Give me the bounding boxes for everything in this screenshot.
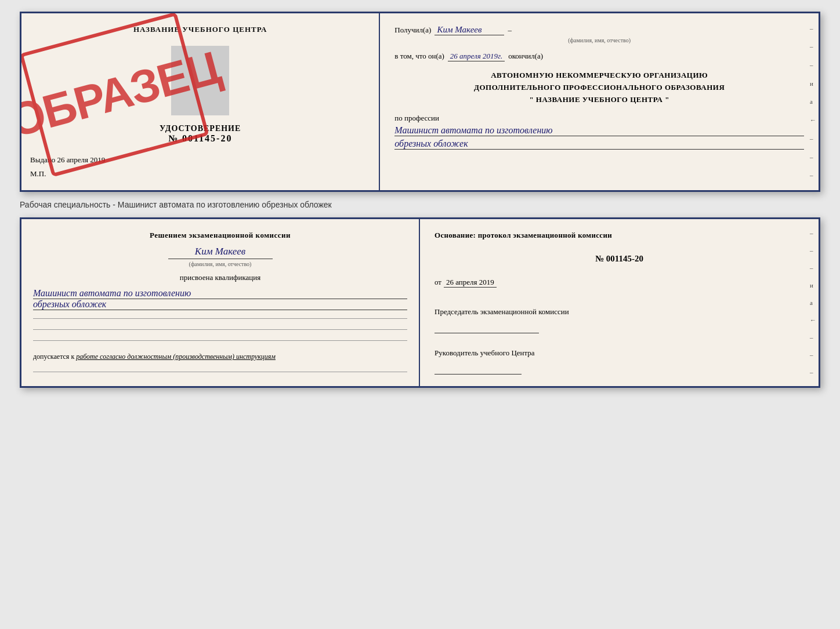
- side-mark-7: –: [810, 135, 816, 142]
- profession-line2: обрезных обложек: [394, 139, 804, 150]
- protocol-number: № 001145-20: [435, 254, 804, 264]
- kvalif-line2: обрезных обложек: [33, 299, 407, 310]
- separator-3: [33, 340, 407, 341]
- bsm-2: –: [810, 247, 816, 254]
- right-side-marks: – – – и а ← – – –: [810, 13, 816, 190]
- side-mark-4: и: [810, 80, 816, 87]
- protocol-date-value: 26 апреля 2019: [444, 278, 497, 288]
- po-professii-block: по профессии Машинист автомата по изгото…: [394, 114, 804, 150]
- side-mark-9: –: [810, 172, 816, 179]
- mp-line: М.П.: [30, 169, 370, 179]
- osnovaniye-label: Основание: протокол экзаменационной коми…: [435, 231, 612, 239]
- prisvoena-label: присвоена квалификация: [33, 273, 407, 282]
- bsm-5: а: [810, 299, 816, 306]
- bottom-certificate-spread: Решением экзаменационной комиссии Ким Ма…: [20, 217, 820, 388]
- bottom-fio-block: Ким Макеев (фамилия, имя, отчество): [33, 246, 407, 267]
- vydano-line: Выдано 26 апреля 2019: [30, 144, 370, 165]
- bsm-8: –: [810, 351, 816, 358]
- separator-1: [33, 318, 407, 319]
- vtom-label: в том, что он(а): [394, 52, 444, 61]
- cert-bottom-right: Основание: протокол экзаменационной коми…: [420, 219, 819, 386]
- profession-line1: Машинист автомата по изготовлению: [394, 125, 804, 136]
- bsm-7: –: [810, 334, 816, 341]
- dopuskaetsya-label: допускается к: [33, 352, 74, 361]
- fio-hint-top: (фамилия, имя, отчество): [394, 37, 804, 43]
- dopusk-value: работе согласно должностным (производств…: [76, 352, 276, 361]
- bsm-6: ←: [810, 317, 816, 323]
- protocol-date-row: от 26 апреля 2019: [435, 278, 804, 288]
- separator-bottom: [33, 372, 407, 372]
- date-value: 26 апреля 2019г.: [448, 52, 505, 61]
- side-mark-6: ←: [810, 117, 816, 123]
- bottom-right-side-marks: – – – и а ← – – –: [810, 219, 816, 386]
- protocol-date-prefix: от: [435, 278, 441, 287]
- document-container: НАЗВАНИЕ УЧЕБНОГО ЦЕНТРА УДОСТОВЕРЕНИЕ №…: [20, 12, 820, 388]
- po-professii-label: по профессии: [394, 114, 804, 123]
- photo-placeholder: [171, 46, 229, 115]
- predsedatel-block: Председатель экзаменационной комиссии: [435, 307, 804, 333]
- side-mark-2: –: [810, 43, 816, 50]
- poluchil-label: Получил(а): [394, 26, 431, 35]
- bsm-9: –: [810, 369, 816, 376]
- org-line1: АВТОНОМНУЮ НЕКОММЕРЧЕСКУЮ ОРГАНИЗАЦИЮ: [394, 70, 804, 82]
- bsm-1: –: [810, 230, 816, 237]
- resheniem-block: Решением экзаменационной комиссии: [33, 231, 407, 240]
- side-mark-3: –: [810, 61, 816, 68]
- udostoverenie-block: УДОСТОВЕРЕНИЕ № 001145-20: [30, 124, 370, 144]
- specialty-caption: Рабочая специальность - Машинист автомат…: [20, 197, 820, 213]
- org-name: " НАЗВАНИЕ УЧЕБНОГО ЦЕНТРА ": [394, 94, 804, 106]
- udostoverenie-label: УДОСТОВЕРЕНИЕ: [30, 124, 370, 133]
- cert-school-title: НАЗВАНИЕ УЧЕБНОГО ЦЕНТРА: [30, 25, 370, 34]
- bottom-fio-value: Ким Макеев: [195, 246, 245, 257]
- bsm-4: и: [810, 282, 816, 289]
- resheniem-label: Решением экзаменационной комиссии: [33, 231, 407, 240]
- udostoverenie-number: № 001145-20: [30, 133, 370, 144]
- osnovaniye-block: Основание: протокол экзаменационной коми…: [435, 231, 804, 240]
- okonchil-label: окончил(а): [508, 52, 543, 61]
- cert-bottom-left: Решением экзаменационной комиссии Ким Ма…: [21, 219, 420, 386]
- bsm-3: –: [810, 264, 816, 271]
- predsedatel-label: Председатель экзаменационной комиссии: [435, 307, 804, 317]
- vtom-row: в том, что он(а) 26 апреля 2019г. окончи…: [394, 52, 804, 61]
- cert-top-right: Получил(а) Ким Макеев – (фамилия, имя, о…: [380, 13, 819, 190]
- kvalif-line1: Машинист автомата по изготовлению: [33, 288, 407, 299]
- kvalif-block: Машинист автомата по изготовлению обрезн…: [33, 288, 407, 310]
- org-block: АВТОНОМНУЮ НЕКОММЕРЧЕСКУЮ ОРГАНИЗАЦИЮ ДО…: [394, 70, 804, 106]
- poluchil-row: Получил(а) Ким Макеев –: [394, 25, 804, 35]
- rukovoditel-block: Руководитель учебного Центра: [435, 348, 804, 375]
- fio-value-top: Ким Макеев: [435, 25, 504, 35]
- cert-top-left: НАЗВАНИЕ УЧЕБНОГО ЦЕНТРА УДОСТОВЕРЕНИЕ №…: [21, 13, 380, 190]
- top-certificate-spread: НАЗВАНИЕ УЧЕБНОГО ЦЕНТРА УДОСТОВЕРЕНИЕ №…: [20, 12, 820, 192]
- side-mark-5: а: [810, 98, 816, 105]
- side-mark-1: –: [810, 25, 816, 32]
- org-line2: ДОПОЛНИТЕЛЬНОГО ПРОФЕССИОНАЛЬНОГО ОБРАЗО…: [394, 82, 804, 94]
- side-mark-8: –: [810, 154, 816, 161]
- rukovoditel-label: Руководитель учебного Центра: [435, 348, 804, 358]
- separator-2: [33, 329, 407, 330]
- dopuskaetsya-block: допускается к работе согласно должностны…: [33, 352, 407, 361]
- bottom-fio-hint: (фамилия, имя, отчество): [189, 261, 252, 267]
